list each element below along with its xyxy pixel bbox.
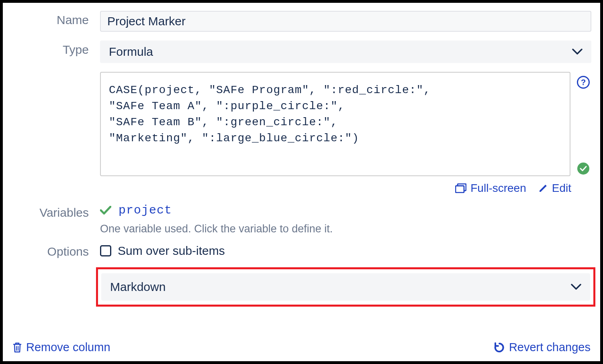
chevron-down-icon (571, 284, 581, 290)
variable-valid-check-icon (100, 206, 111, 215)
fullscreen-label: Full-screen (470, 182, 526, 195)
type-select[interactable]: Formula (100, 41, 591, 63)
formula-textarea[interactable]: CASE(project, "SAFe Program", ":red_circ… (100, 72, 570, 176)
edit-button[interactable]: Edit (538, 182, 571, 195)
footer-bar: Remove column Revert changes (12, 341, 591, 354)
remove-column-label: Remove column (26, 341, 110, 354)
type-label: Type (12, 41, 100, 57)
formula-row: CASE(project, "SAFe Program", ":red_circ… (12, 72, 591, 195)
sum-over-subitems-row: Sum over sub-items (100, 244, 591, 258)
sum-over-subitems-label: Sum over sub-items (118, 244, 225, 258)
options-label: Options (12, 244, 100, 258)
format-select[interactable]: Markdown (101, 273, 590, 301)
revert-icon (494, 342, 505, 353)
type-select-value: Formula (109, 45, 153, 59)
formula-action-bar: Full-screen Edit (100, 182, 591, 195)
edit-label: Edit (552, 182, 571, 195)
format-select-value: Markdown (110, 280, 166, 294)
column-editor-panel: Name Type Formula CASE(project, "SAFe Pr… (0, 0, 603, 364)
sum-over-subitems-checkbox[interactable] (100, 245, 111, 256)
chevron-down-icon (572, 49, 583, 55)
name-label: Name (12, 11, 100, 27)
name-input[interactable] (100, 11, 591, 32)
type-row: Type Formula (12, 41, 591, 63)
remove-column-button[interactable]: Remove column (12, 341, 110, 354)
variable-link[interactable]: project (119, 203, 172, 217)
help-icon[interactable]: ? (577, 76, 590, 89)
revert-changes-label: Revert changes (509, 341, 591, 354)
valid-check-icon (577, 163, 589, 175)
options-row: Options Sum over sub-items Markdown (12, 244, 591, 307)
variables-row: Variables project One variable used. Cli… (12, 203, 591, 235)
format-select-highlight: Markdown (96, 267, 595, 307)
variables-help-text: One variable used. Click the variable to… (100, 223, 591, 235)
name-row: Name (12, 11, 591, 32)
svg-rect-1 (456, 186, 464, 193)
formula-side-icons: ? (575, 72, 591, 176)
trash-icon (12, 342, 22, 353)
fullscreen-icon (455, 183, 466, 193)
pencil-icon (538, 183, 548, 193)
variables-label: Variables (12, 203, 100, 220)
revert-changes-button[interactable]: Revert changes (494, 341, 591, 354)
fullscreen-button[interactable]: Full-screen (455, 182, 526, 195)
